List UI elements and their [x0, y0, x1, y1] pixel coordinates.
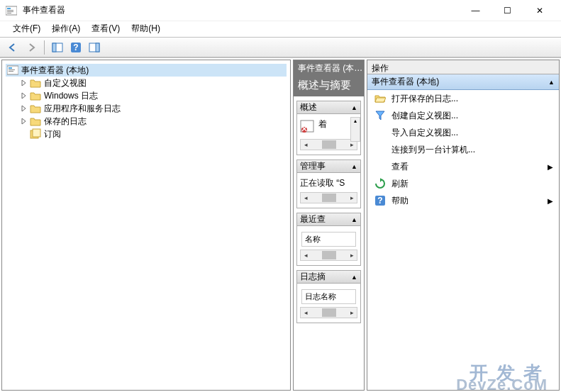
- summary-body: 概述 ▲ ✕ 着 ▴ ◂▸ 管理事: [294, 96, 364, 390]
- help-icon: ?: [374, 195, 386, 206]
- action-connect-computer[interactable]: 连接到另一台计算机...: [367, 141, 559, 158]
- section-header[interactable]: 管理事 ▲: [297, 160, 360, 173]
- collapse-icon[interactable]: ▲: [548, 79, 555, 86]
- tree-item-custom-views[interactable]: 自定义视图: [18, 77, 287, 89]
- horizontal-scrollbar[interactable]: ◂▸: [300, 307, 357, 318]
- svg-rect-4: [7, 13, 11, 13]
- section-header[interactable]: 日志摘 ▲: [297, 271, 360, 284]
- menu-file[interactable]: 文件(F): [7, 21, 46, 37]
- refresh-icon: [374, 178, 386, 189]
- svg-text:?: ?: [377, 196, 382, 206]
- svg-rect-3: [7, 11, 13, 12]
- tree-item-label: Windows 日志: [44, 90, 98, 102]
- filter-icon: [374, 110, 386, 121]
- svg-rect-12: [9, 67, 12, 69]
- chevron-right-icon: ▶: [548, 197, 553, 205]
- actions-pane: 操作 事件查看器 (本地) ▲ 打开保存的日志... 创建自定义视图... 导入…: [367, 60, 560, 391]
- window-control-group: — ☐ ✕: [460, 0, 555, 21]
- tree-children: 自定义视图 Windows 日志 应用程序和服务日志 保存的日志 订阅: [6, 77, 287, 140]
- svg-rect-16: [33, 129, 40, 137]
- actions-header: 操作: [367, 60, 559, 74]
- collapse-icon[interactable]: ▲: [351, 163, 357, 170]
- summary-pane: 事件查看器 (本… 概述与摘要 概述 ▲ ✕ 着 ▴ ◂▸: [293, 60, 365, 391]
- help-toolbar-button[interactable]: ?: [67, 39, 84, 56]
- window-title: 事件查看器: [23, 4, 460, 16]
- tree-item-label: 自定义视图: [44, 77, 87, 89]
- collapse-icon[interactable]: ▲: [351, 274, 357, 281]
- action-create-custom-view[interactable]: 创建自定义视图...: [367, 107, 559, 124]
- menubar: 文件(F) 操作(A) 查看(V) 帮助(H): [0, 21, 561, 37]
- folder-icon: [30, 90, 41, 101]
- tree-item-subscriptions[interactable]: 订阅: [18, 128, 287, 140]
- tree-item-app-services-logs[interactable]: 应用程序和服务日志: [18, 102, 287, 115]
- menu-view[interactable]: 查看(V): [86, 21, 126, 37]
- menu-action[interactable]: 操作(A): [46, 21, 86, 37]
- tree-item-label: 保存的日志: [44, 116, 87, 128]
- actions-group-header[interactable]: 事件查看器 (本地) ▲: [367, 74, 559, 90]
- event-viewer-icon: [7, 65, 18, 76]
- folder-icon: [30, 77, 41, 89]
- svg-rect-2: [7, 10, 13, 11]
- actions-group-label: 事件查看器 (本地): [372, 76, 439, 88]
- minimize-button[interactable]: —: [460, 0, 491, 21]
- section-header-label: 管理事: [300, 160, 326, 172]
- svg-rect-14: [9, 71, 13, 72]
- action-refresh[interactable]: 刷新: [367, 175, 559, 192]
- collapse-icon[interactable]: ▲: [351, 216, 357, 223]
- event-viewer-overview-icon: ✕: [300, 118, 316, 136]
- show-hide-tree-button[interactable]: [49, 39, 66, 56]
- menu-help[interactable]: 帮助(H): [126, 21, 166, 37]
- close-button[interactable]: ✕: [523, 0, 555, 21]
- expander-icon[interactable]: [20, 79, 28, 87]
- horizontal-scrollbar[interactable]: ◂▸: [300, 139, 357, 150]
- tree-item-windows-logs[interactable]: Windows 日志: [18, 89, 287, 102]
- action-label: 刷新: [391, 178, 409, 190]
- action-help[interactable]: ? 帮助 ▶: [367, 192, 559, 209]
- folder-icon: [30, 103, 41, 114]
- section-body-text: 正在读取 “S: [300, 178, 345, 188]
- svg-rect-1: [7, 8, 11, 9]
- section-header-label: 日志摘: [300, 271, 326, 283]
- action-label: 连接到另一台计算机...: [391, 144, 475, 156]
- forward-button[interactable]: [23, 39, 40, 56]
- toolbar: ?: [0, 37, 561, 57]
- tree-root[interactable]: 事件查看器 (本地): [6, 64, 287, 77]
- vertical-scrollbar[interactable]: ▴: [350, 117, 360, 142]
- horizontal-scrollbar[interactable]: ◂▸: [300, 250, 357, 261]
- column-header-name[interactable]: 名称: [301, 232, 356, 247]
- section-body: ✕ 着 ▴ ◂▸: [297, 114, 360, 155]
- action-label: 创建自定义视图...: [391, 110, 458, 122]
- section-body: 日志名称 ◂▸: [297, 284, 360, 323]
- summary-title: 概述与摘要: [294, 74, 364, 96]
- tree-item-saved-logs[interactable]: 保存的日志: [18, 115, 287, 128]
- action-open-saved-log[interactable]: 打开保存的日志...: [367, 90, 559, 107]
- expander-icon[interactable]: [20, 104, 28, 113]
- section-body: 名称 ◂▸: [297, 226, 360, 265]
- folder-icon: [30, 116, 41, 127]
- expander-icon[interactable]: [20, 117, 28, 125]
- tree-root-label: 事件查看器 (本地): [21, 65, 89, 77]
- horizontal-scrollbar[interactable]: ◂▸: [300, 192, 357, 203]
- svg-rect-13: [9, 69, 15, 70]
- section-header-label: 概述: [300, 101, 317, 113]
- chevron-right-icon: ▶: [548, 163, 553, 171]
- collapse-icon[interactable]: ▲: [351, 104, 357, 111]
- action-import-custom-view[interactable]: 导入自定义视图...: [367, 124, 559, 141]
- action-view[interactable]: 查看 ▶: [367, 158, 559, 175]
- maximize-button[interactable]: ☐: [491, 0, 523, 21]
- summary-header: 事件查看器 (本…: [294, 60, 364, 74]
- action-label: 打开保存的日志...: [391, 93, 458, 105]
- section-header[interactable]: 最近查 ▲: [297, 213, 360, 226]
- show-hide-action-button[interactable]: [86, 39, 103, 56]
- svg-text:✕: ✕: [301, 124, 308, 134]
- section-header-label: 最近查: [300, 213, 326, 225]
- svg-rect-10: [96, 43, 99, 52]
- summary-section-admin: 管理事 ▲ 正在读取 “S ◂▸: [296, 159, 361, 208]
- titlebar: 事件查看器 — ☐ ✕: [0, 0, 561, 21]
- column-header-log-name[interactable]: 日志名称: [301, 289, 356, 304]
- expander-icon[interactable]: [20, 91, 28, 100]
- back-button[interactable]: [4, 39, 21, 56]
- section-header[interactable]: 概述 ▲: [297, 101, 360, 114]
- tree-pane: 事件查看器 (本地) 自定义视图 Windows 日志 应用程序和服务日志: [1, 60, 291, 391]
- svg-rect-6: [52, 43, 56, 52]
